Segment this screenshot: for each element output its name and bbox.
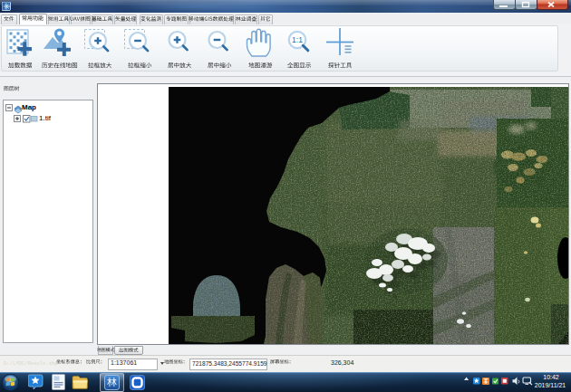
svg-text:1:1: 1:1 <box>292 35 303 44</box>
